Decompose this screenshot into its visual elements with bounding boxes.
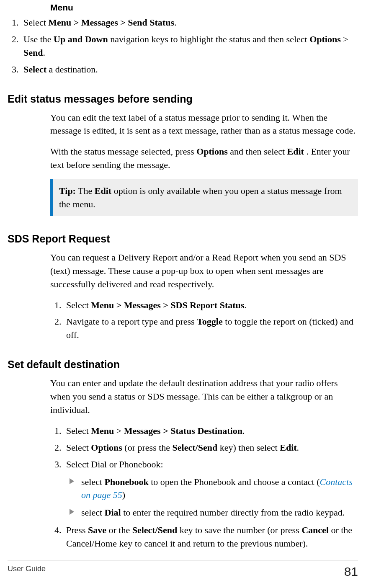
bold: Send [23, 47, 43, 58]
text: . [297, 442, 299, 453]
text: key to save the number (or press [177, 525, 302, 535]
bold: Cancel [302, 525, 329, 535]
bold: Toggle [197, 316, 223, 327]
bold: Edit [95, 186, 111, 196]
text: . [43, 47, 45, 58]
dest-bullet-phonebook: select Phonebook to open the Phonebook a… [80, 475, 358, 502]
bold: Messages > Status Destination [124, 426, 242, 436]
text: Use the [23, 34, 54, 44]
text: Select [66, 426, 91, 436]
dest-step-4: Press Save or the Select/Send key to sav… [64, 524, 358, 550]
bold: Menu [91, 426, 114, 436]
edit-p2: With the status message selected, press … [50, 145, 358, 172]
text: Navigate to a report type and press [66, 316, 197, 327]
text: ) [122, 490, 125, 500]
bold: Select/Send [132, 525, 178, 535]
page-number: 81 [344, 565, 358, 579]
menu-steps: Select Menu > Messages > Send Status. Us… [8, 16, 358, 76]
bold: Edit [280, 442, 296, 453]
sds-p1: You can request a Delivery Report and/or… [50, 251, 358, 291]
tip-label: Tip: [59, 186, 76, 196]
text: Press [66, 525, 88, 535]
text: Select [66, 300, 91, 310]
bold: Select/Send [173, 442, 218, 453]
text: With the status message selected, press [50, 146, 196, 157]
text: to enter the required number directly fr… [121, 507, 345, 518]
bold: Menu > Messages > SDS Report Status [91, 300, 244, 310]
dest-steps: Select Menu > Messages > Status Destinat… [50, 424, 358, 550]
text: or the [106, 525, 132, 535]
bold: Edit [287, 146, 304, 157]
menu-heading: Menu [50, 3, 358, 13]
text: Select [23, 17, 48, 28]
text: . [242, 426, 245, 436]
dest-sublist: select Phonebook to open the Phonebook a… [66, 475, 358, 520]
text: (or press the [122, 442, 173, 453]
sds-step-2: Navigate to a report type and press Togg… [64, 315, 358, 342]
text: select [81, 507, 105, 518]
dest-step-3: Select Dial or Phonebook: select Phonebo… [64, 458, 358, 520]
footer-title: User Guide [8, 565, 46, 573]
menu-step-2: Use the Up and Down navigation keys to h… [21, 33, 358, 59]
sds-step-1: Select Menu > Messages > SDS Report Stat… [64, 299, 358, 312]
dest-p1: You can enter and update the default des… [50, 377, 358, 417]
bold: Options [196, 146, 228, 157]
text: a destination. [46, 64, 98, 75]
edit-p1: You can edit the text label of a status … [50, 111, 358, 138]
text: > [341, 34, 348, 44]
text: The [76, 186, 95, 196]
text: . [174, 17, 177, 28]
text: . [244, 300, 247, 310]
bold: Options [91, 442, 122, 453]
bold: Select [23, 64, 46, 75]
tip-box: Tip: The Edit option is only available w… [50, 179, 358, 216]
sds-heading: SDS Report Request [8, 233, 358, 245]
text: Select Dial or Phonebook: [66, 459, 163, 469]
bold: Options [309, 34, 341, 44]
bold: Menu > Messages > Send Status [48, 17, 174, 28]
text: navigation keys to highlight the status … [108, 34, 309, 44]
text: > [114, 426, 124, 436]
text: Select [66, 442, 91, 453]
edit-heading: Edit status messages before sending [8, 93, 358, 105]
dest-step-2: Select Options (or press the Select/Send… [64, 441, 358, 454]
dest-heading: Set default destination [8, 358, 358, 371]
bold: Phonebook [105, 477, 149, 487]
dest-bullet-dial: select Dial to enter the required number… [80, 506, 358, 519]
text: select [81, 477, 105, 487]
text: key) then select [217, 442, 280, 453]
page-footer: 81 User Guide [8, 560, 358, 579]
text: and then select [228, 146, 287, 157]
bold: Dial [105, 507, 121, 518]
text: to open the Phonebook and choose a conta… [149, 477, 320, 487]
sds-steps: Select Menu > Messages > SDS Report Stat… [50, 299, 358, 342]
bold: Save [88, 525, 106, 535]
bold: Up and Down [54, 34, 108, 44]
menu-step-1: Select Menu > Messages > Send Status. [21, 16, 358, 29]
dest-step-1: Select Menu > Messages > Status Destinat… [64, 424, 358, 438]
menu-step-3: Select a destination. [21, 63, 358, 76]
